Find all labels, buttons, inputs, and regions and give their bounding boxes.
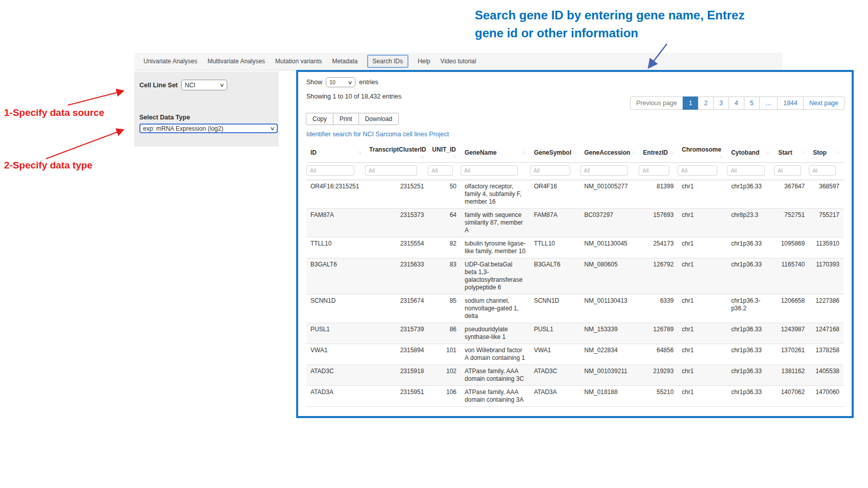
page-number-button[interactable]: … — [759, 96, 778, 110]
sort-icon: ↑↓ — [420, 154, 424, 159]
entries-label: entries — [359, 79, 378, 86]
column-header[interactable]: UNIT_ID ↑↓ — [428, 143, 461, 163]
column-header[interactable]: EntrezID ↑↓ — [639, 143, 678, 163]
cell-gene-accession: NM_018188 — [580, 386, 639, 407]
cell-gene-name: UDP-Gal:betaGal beta 1,3-galactosyltrans… — [461, 258, 530, 295]
page-length-select[interactable]: 10 ∨ — [326, 77, 355, 87]
column-filter-input[interactable] — [809, 165, 836, 176]
search-results-panel: Show 10 ∨ entries Showing 1 to 10 of 18,… — [296, 70, 854, 418]
cell-stop: 1227386 — [809, 295, 843, 323]
page-number-button[interactable]: 1844 — [777, 96, 804, 110]
column-header[interactable]: GeneAccession ↑↓ — [580, 143, 639, 163]
export-button[interactable]: Download — [358, 113, 399, 125]
column-header-label: Chromosome — [682, 146, 721, 153]
nav-tab[interactable]: Mutation variants — [275, 58, 322, 65]
page-number-button[interactable]: 1 — [683, 96, 698, 110]
table-row: OR4F16:2315251 2315251 50 olfactory rece… — [306, 180, 843, 209]
column-header-label: Start — [778, 149, 792, 156]
cell-entrez-id: 64856 — [639, 344, 678, 365]
page-number-button[interactable]: 5 — [744, 96, 760, 110]
export-button[interactable]: Print — [333, 113, 359, 125]
cell-start: 1381162 — [774, 365, 809, 386]
cell-gene-name: von Willebrand factor A domain containin… — [461, 344, 530, 365]
cell-gene-accession: NM_001130413 — [580, 295, 639, 323]
nav-tab[interactable]: Help — [418, 58, 430, 65]
cell-transcript-cluster-id: 2315674 — [365, 295, 428, 323]
nav-tab[interactable]: Video tutorial — [441, 58, 476, 65]
column-header[interactable]: Start ↑↓ — [774, 143, 809, 163]
sidebar-panel: Cell Line Set NCI ∨ Select Data Type exp… — [134, 71, 279, 147]
sort-icon: ↑↓ — [801, 150, 805, 155]
column-header[interactable]: GeneSymbol ↑↓ — [530, 143, 581, 163]
chevron-down-icon: ∨ — [270, 126, 275, 131]
sort-icon: ↑↓ — [631, 150, 635, 155]
filter-cell — [639, 163, 678, 180]
cell-transcript-cluster-id: 2315739 — [365, 323, 428, 344]
table-row: VWA1 2315894 101 von Willebrand factor A… — [306, 344, 843, 365]
cell-gene-accession: NM_080605 — [580, 258, 639, 295]
cell-id: FAM87A — [306, 209, 365, 237]
cell-start: 1243987 — [774, 323, 809, 344]
cell-cytoband: chr1p36.33 — [727, 386, 774, 407]
table-row: ATAD3C 2315918 102 ATPase family, AAA do… — [306, 365, 843, 386]
page-number-button[interactable]: 3 — [713, 96, 729, 110]
nav-tab[interactable]: Metadata — [332, 58, 358, 65]
cell-unit-id: 82 — [428, 237, 461, 258]
annotation-heading: Search gene ID by entering gene name, En… — [475, 6, 791, 42]
cell-gene-symbol: SCNN1D — [530, 295, 581, 323]
identifier-search-link[interactable]: Identifier search for NCI Sarcoma cell l… — [306, 131, 449, 138]
column-filter-input[interactable] — [727, 165, 765, 176]
cell-line-set-select[interactable]: NCI ∨ — [181, 80, 227, 90]
nav-tab[interactable]: Multivariate Analyses — [207, 58, 265, 65]
column-header-label: GeneName — [465, 149, 497, 156]
column-filter-input[interactable] — [365, 165, 417, 176]
cell-chromosome: chr1 — [678, 323, 727, 344]
table-row: FAM87A 2315373 64 family with sequence s… — [306, 209, 843, 237]
column-filter-input[interactable] — [639, 165, 669, 176]
column-filter-input[interactable] — [461, 165, 518, 176]
column-header[interactable]: GeneName ↑↓ — [461, 143, 530, 163]
cell-chromosome: chr1 — [678, 209, 727, 237]
export-button-group: CopyPrintDownload — [306, 113, 843, 125]
cell-gene-symbol: ATAD3C — [530, 365, 581, 386]
page-number-button[interactable]: 2 — [698, 96, 714, 110]
cell-unit-id: 83 — [428, 258, 461, 295]
cell-unit-id: 50 — [428, 180, 461, 209]
column-header[interactable]: Stop ↑↓ — [809, 143, 843, 163]
column-header[interactable]: ID ↑↓ — [306, 143, 365, 163]
nav-tab[interactable]: Univariate Analyses — [143, 58, 197, 65]
cell-gene-name: ATPase family, AAA domain containing 3C — [461, 365, 530, 386]
column-header[interactable]: Chromosome ↑↓ — [678, 143, 727, 163]
column-filter-input[interactable] — [428, 165, 453, 176]
column-filter-input[interactable] — [580, 165, 628, 176]
cell-stop: 368597 — [809, 180, 843, 209]
export-button[interactable]: Copy — [306, 113, 333, 125]
cell-chromosome: chr1 — [678, 258, 727, 295]
column-filter-input[interactable] — [774, 165, 801, 176]
column-header[interactable]: TranscriptClusterID ↑↓ — [365, 143, 428, 163]
cell-unit-id: 101 — [428, 344, 461, 365]
red-arrow-2 — [46, 130, 124, 159]
sort-icon: ↑↓ — [670, 150, 674, 155]
column-filter-input[interactable] — [306, 165, 354, 176]
annotation-note-1: 1-Specify data source — [4, 107, 104, 118]
column-header-label: GeneAccession — [584, 149, 630, 156]
page-number-button[interactable]: 4 — [729, 96, 744, 110]
cell-transcript-cluster-id: 2315894 — [365, 344, 428, 365]
nav-tab[interactable]: Search IDs — [367, 55, 408, 68]
filter-cell — [774, 163, 809, 180]
cell-cytoband: chr1p36.33 — [727, 323, 774, 344]
cell-chromosome: chr1 — [678, 237, 727, 258]
nav-bar: Univariate Analyses Multivariate Analyse… — [134, 53, 783, 70]
cell-unit-id: 106 — [428, 386, 461, 407]
column-filter-input[interactable] — [530, 165, 571, 176]
next-page-button[interactable]: Next page — [803, 96, 845, 110]
column-filter-input[interactable] — [678, 165, 717, 176]
column-header[interactable]: Cytoband ↑↓ — [727, 143, 774, 163]
table-row: TTLL10 2315554 82 tubulin tyrosine ligas… — [306, 237, 843, 258]
previous-page-button[interactable]: Previous page — [630, 96, 683, 110]
cell-gene-accession: NM_001039211 — [580, 365, 639, 386]
cell-gene-symbol: B3GALT6 — [530, 258, 581, 295]
cell-gene-accession: NM_001130045 — [580, 237, 639, 258]
data-type-select[interactable]: exp: mRNA Expression (log2) ∨ — [139, 124, 278, 133]
